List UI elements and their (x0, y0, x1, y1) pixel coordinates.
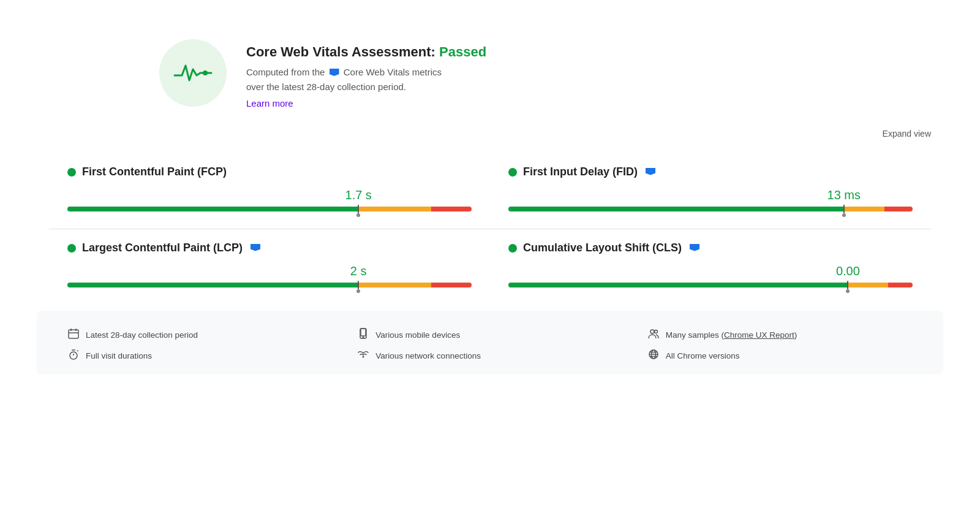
bar-value-fid: 13 ms (827, 188, 861, 202)
assessment-desc: Computed from the Core Web Vitals metric… (246, 65, 486, 94)
green-dot-cls (508, 244, 517, 253)
footer-icon (647, 349, 660, 362)
bar-red-fid (884, 207, 913, 211)
metric-card-lcp: Largest Contentful Paint (LCP) 2 s (49, 229, 490, 305)
footer-item: Latest 28-day collection period (67, 328, 333, 341)
bar-yellow-cls (848, 283, 888, 287)
flag-icon (330, 69, 339, 76)
bar-yellow-fid (844, 207, 884, 211)
green-dot-fcp (67, 168, 76, 177)
footer-item: Full visit durations (67, 349, 333, 362)
green-dot-lcp (67, 244, 76, 253)
bar-yellow-fcp (358, 207, 431, 211)
footer-text: Many samples (Chrome UX Report) (666, 330, 797, 340)
metric-card-fid: First Input Delay (FID) 13 ms (490, 153, 931, 229)
header-text: Core Web Vitals Assessment: Passed Compu… (246, 39, 486, 109)
footer-item: Many samples (Chrome UX Report) (647, 328, 913, 341)
metric-name-lcp: Largest Contentful Paint (LCP) (82, 242, 243, 254)
svg-point-13 (363, 337, 364, 338)
header-section: Core Web Vitals Assessment: Passed Compu… (37, 25, 943, 129)
footer-icon (357, 349, 369, 362)
footer-icon (67, 328, 80, 341)
svg-rect-12 (361, 329, 366, 336)
footer-col-3: Many samples (Chrome UX Report) All Chro… (635, 328, 925, 362)
metric-title-lcp: Largest Contentful Paint (LCP) (67, 242, 472, 254)
svg-point-15 (650, 330, 654, 333)
desc-1: Computed from the (246, 67, 325, 77)
metric-title-cls: Cumulative Layout Shift (CLS) (508, 242, 913, 254)
bar-marker-fcp (358, 205, 359, 213)
bar-track-cls (508, 283, 913, 287)
bar-marker-lcp (358, 281, 359, 289)
footer-col-2: Various mobile devices Various network c… (345, 328, 635, 362)
chrome-ux-link[interactable]: Chrome UX Report (724, 330, 794, 340)
bar-red-lcp (431, 283, 472, 287)
svg-rect-3 (69, 330, 78, 338)
bar-green-lcp (67, 283, 358, 287)
bar-green-fid (508, 207, 844, 211)
bar-container-lcp: 2 s (67, 264, 472, 287)
bar-value-wrapper-lcp: 2 s (67, 264, 472, 283)
footer-icon (67, 349, 80, 362)
footer-text: Various network connections (375, 351, 481, 360)
bar-yellow-lcp (358, 283, 431, 287)
metric-name-cls: Cumulative Layout Shift (CLS) (523, 242, 682, 254)
bar-value-wrapper-fcp: 1.7 s (67, 188, 472, 207)
title-status: Passed (439, 44, 486, 59)
desc-2: Core Web Vitals metrics (344, 67, 442, 77)
bar-value-wrapper-cls: 0.00 (508, 264, 913, 283)
svg-line-10 (77, 351, 78, 352)
footer-item: All Chrome versions (647, 349, 913, 362)
metric-name-fcp: First Contentful Paint (FCP) (82, 166, 227, 178)
expand-button[interactable]: Expand view (883, 129, 931, 139)
metrics-grid: First Contentful Paint (FCP) 1.7 s First… (37, 153, 943, 305)
desc-3: over the latest 28-day collection period… (246, 82, 406, 92)
vitals-icon (173, 58, 213, 88)
footer-text: Full visit durations (86, 351, 152, 360)
bar-container-fid: 13 ms (508, 188, 913, 211)
svg-point-14 (363, 356, 364, 358)
bar-container-cls: 0.00 (508, 264, 913, 287)
bar-red-cls (888, 283, 913, 287)
metric-name-fid: First Input Delay (FID) (523, 166, 638, 178)
bar-value-lcp: 2 s (350, 264, 367, 278)
bar-value-cls: 0.00 (836, 264, 860, 278)
bar-marker-fid (843, 205, 845, 213)
flag-icon-lcp (251, 244, 260, 251)
assessment-title: Core Web Vitals Assessment: Passed (246, 44, 486, 60)
metric-title-fid: First Input Delay (FID) (508, 166, 913, 178)
flag-icon-fid (646, 168, 655, 175)
bar-value-wrapper-fid: 13 ms (508, 188, 913, 207)
metric-card-cls: Cumulative Layout Shift (CLS) 0.00 (490, 229, 931, 305)
bar-green-fcp (67, 207, 358, 211)
learn-more-link[interactable]: Learn more (246, 98, 293, 108)
bar-value-fcp: 1.7 s (345, 188, 372, 202)
metric-title-fcp: First Contentful Paint (FCP) (67, 166, 472, 178)
bar-red-fcp (431, 207, 472, 211)
footer-col-1: Latest 28-day collection period Full vis… (55, 328, 345, 362)
expand-row: Expand view (37, 129, 943, 139)
title-prefix: Core Web Vitals Assessment: (246, 44, 435, 59)
footer-icon (647, 328, 660, 341)
footer-item: Various network connections (357, 349, 622, 362)
vitals-icon-circle (159, 39, 227, 107)
bar-track-lcp (67, 283, 472, 287)
footer-text: Latest 28-day collection period (86, 330, 198, 340)
bar-track-fcp (67, 207, 472, 211)
bar-container-fcp: 1.7 s (67, 188, 472, 211)
bar-track-fid (508, 207, 913, 211)
green-dot-fid (508, 168, 517, 177)
flag-icon-cls (690, 244, 699, 251)
bar-green-cls (508, 283, 848, 287)
footer-text: All Chrome versions (666, 351, 740, 360)
footer-icon (357, 328, 369, 341)
svg-point-16 (654, 330, 657, 333)
bar-marker-cls (847, 281, 848, 289)
footer-section: Latest 28-day collection period Full vis… (37, 311, 943, 375)
metric-card-fcp: First Contentful Paint (FCP) 1.7 s (49, 153, 490, 229)
footer-item: Various mobile devices (357, 328, 622, 341)
footer-text: Various mobile devices (375, 330, 460, 340)
